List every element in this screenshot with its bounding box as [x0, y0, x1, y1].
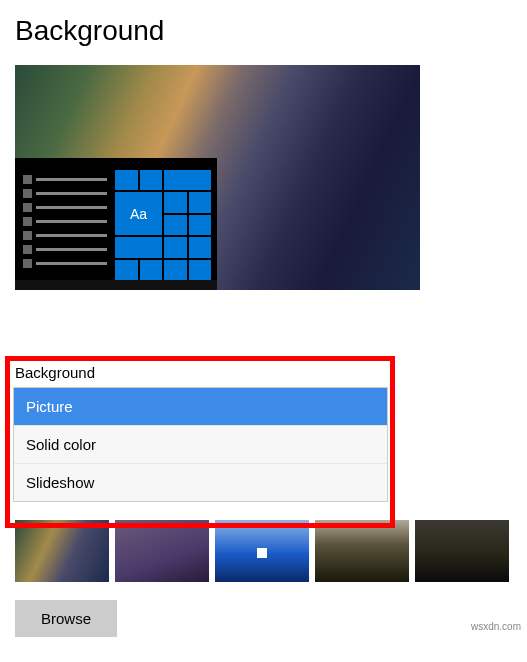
tiles-preview: Aa — [115, 170, 211, 280]
watermark: wsxdn.com — [471, 621, 521, 632]
browse-button[interactable]: Browse — [15, 600, 117, 637]
recent-images — [15, 520, 509, 582]
background-dropdown[interactable]: Background Picture Solid color Slideshow — [13, 362, 388, 502]
dropdown-option-slideshow[interactable]: Slideshow — [14, 464, 387, 501]
dropdown-option-picture[interactable]: Picture — [14, 388, 387, 426]
thumbnail[interactable] — [415, 520, 509, 582]
sample-text-tile: Aa — [115, 192, 162, 235]
page-title: Background — [0, 0, 527, 57]
taskbar-preview — [15, 280, 217, 290]
thumbnail[interactable] — [215, 520, 309, 582]
dropdown-option-solid-color[interactable]: Solid color — [14, 426, 387, 464]
thumbnail[interactable] — [315, 520, 409, 582]
dropdown-list: Picture Solid color Slideshow — [13, 387, 388, 502]
desktop-preview: Aa — [15, 158, 217, 290]
start-menu-preview — [19, 170, 111, 280]
thumbnail[interactable] — [15, 520, 109, 582]
thumbnail[interactable] — [115, 520, 209, 582]
dropdown-label: Background — [13, 362, 388, 387]
wallpaper-preview: Aa — [15, 65, 420, 290]
